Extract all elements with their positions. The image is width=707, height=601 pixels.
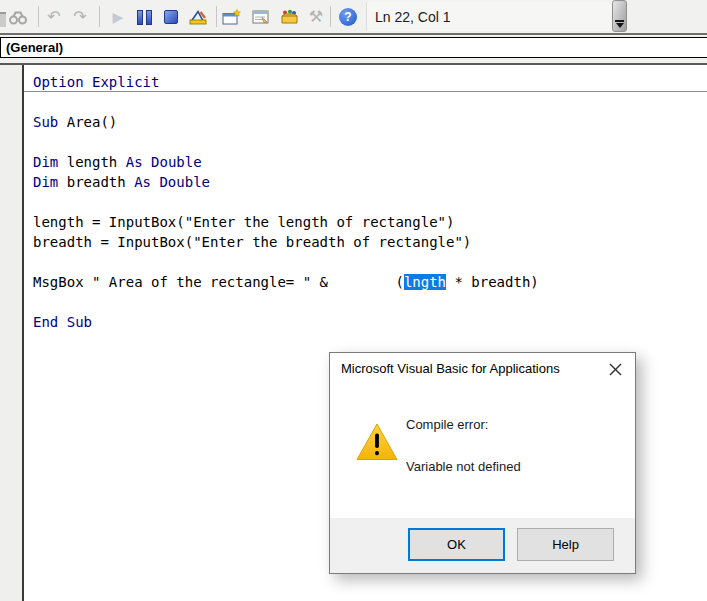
object-dropdown-value: (General)	[6, 40, 63, 55]
toolbar-separator	[99, 6, 100, 27]
code-line: breadth = InputBox("Enter the breadth of…	[0, 232, 707, 252]
properties-window-button[interactable]	[251, 7, 271, 27]
undo-button[interactable]: ↶	[44, 7, 64, 27]
pause-icon	[137, 10, 152, 25]
properties-icon	[252, 9, 271, 25]
compile-error-dialog: Microsoft Visual Basic for Applications …	[329, 352, 636, 574]
find-button[interactable]	[8, 7, 28, 27]
scroll-down-button[interactable]	[612, 0, 627, 32]
toolbox-button[interactable]: ⚒	[306, 7, 326, 27]
break-button[interactable]	[134, 7, 154, 27]
code-lines: Option Explicit Sub Area() Dim length As…	[0, 72, 707, 332]
redo-button[interactable]: ↷	[70, 7, 90, 27]
scroll-end-icon	[615, 20, 624, 22]
code-line	[0, 292, 707, 312]
stop-icon	[164, 10, 178, 24]
toolbar: ↶ ↷ ▶	[0, 0, 707, 35]
code-line: Sub Area()	[0, 112, 707, 132]
error-heading: Compile error:	[406, 417, 488, 432]
help-button-dialog[interactable]: Help	[517, 528, 614, 561]
ok-button[interactable]: OK	[408, 528, 505, 561]
reset-button[interactable]	[161, 7, 181, 27]
toolbar-separator	[216, 6, 217, 27]
run-button[interactable]: ▶	[108, 7, 128, 27]
object-browser-button[interactable]	[279, 7, 299, 27]
code-line: Option Explicit	[0, 72, 707, 92]
toolbar-separator	[38, 6, 39, 27]
dialog-footer: OK Help	[330, 518, 635, 573]
project-explorer-icon	[222, 9, 242, 26]
help-icon: ?	[339, 8, 357, 26]
toolbar-separator	[330, 6, 331, 27]
code-line: Dim length As Double	[0, 152, 707, 172]
code-line	[0, 92, 707, 112]
warning-icon	[356, 423, 398, 465]
line-col-indicator: Ln 22, Col 1	[366, 2, 617, 31]
code-line	[0, 192, 707, 212]
code-line: End Sub	[0, 312, 707, 332]
chevron-down-icon	[616, 23, 624, 28]
code-line: length = InputBox("Enter the length of r…	[0, 212, 707, 232]
dialog-title: Microsoft Visual Basic for Applications	[341, 361, 560, 376]
project-explorer-button[interactable]	[222, 7, 242, 27]
object-dropdown[interactable]: (General)	[0, 37, 707, 58]
binoculars-icon	[8, 10, 28, 25]
clipped-icon	[0, 12, 6, 27]
close-icon	[609, 363, 622, 376]
design-mode-icon	[188, 9, 208, 26]
error-detail: Variable not defined	[406, 459, 521, 474]
dialog-titlebar[interactable]: Microsoft Visual Basic for Applications	[330, 353, 635, 383]
code-line: MsgBox " Area of the rectangle= " & (lng…	[0, 272, 707, 292]
design-mode-button[interactable]	[188, 7, 208, 27]
code-line: Dim breadth As Double	[0, 172, 707, 192]
object-browser-icon	[280, 9, 299, 25]
help-button[interactable]: ?	[338, 7, 358, 27]
code-line	[0, 252, 707, 272]
code-line	[0, 132, 707, 152]
close-button[interactable]	[601, 357, 629, 381]
